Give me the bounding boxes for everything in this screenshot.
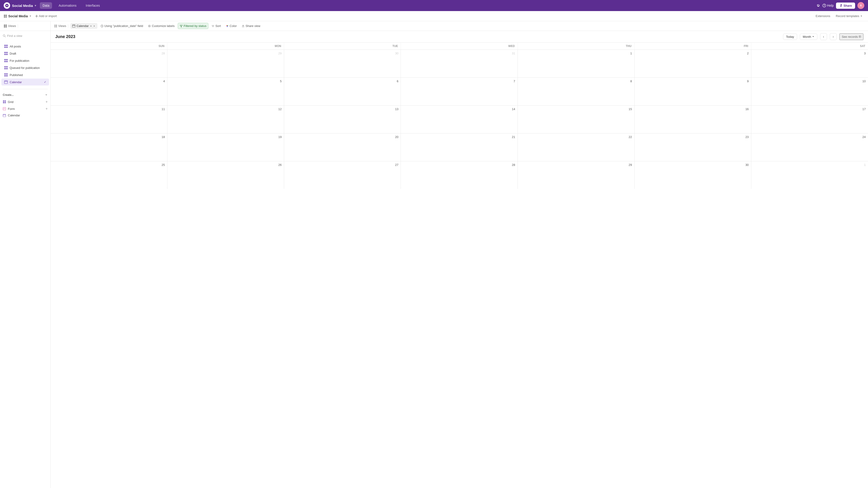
day-number: 29 [170,52,282,55]
sidebar-item-draft[interactable]: Draft [1,50,49,57]
svg-rect-42 [55,25,56,26]
day-number: 22 [520,135,632,139]
color-button[interactable]: Color [224,23,239,29]
app-logo[interactable]: Social Media ▾ [4,2,36,9]
sidebar-item-all-posts[interactable]: All posts [1,43,49,50]
day-cell[interactable]: 2 [634,50,751,78]
day-cell[interactable]: 24 [751,134,868,161]
day-cell[interactable]: 23 [634,134,751,161]
day-number: 10 [753,80,866,83]
svg-rect-37 [5,102,6,103]
share-button[interactable]: Share [836,3,855,9]
day-cell[interactable]: 15 [518,106,634,133]
week-row-0: 28293031123 [51,50,868,78]
create-form-item[interactable]: Form + [0,105,51,112]
workspace-button[interactable]: Social Media [4,14,32,18]
customize-labels-button[interactable]: Customize labels [146,23,176,29]
day-cell[interactable]: 1 [518,50,634,78]
nav-automations[interactable]: Automations [56,2,79,9]
active-check-icon: ✓ [44,80,46,84]
filter-button[interactable]: Filtered by status [178,23,208,29]
views-tab[interactable]: Views [54,24,68,28]
day-cell[interactable]: 31 [401,50,518,78]
day-cell[interactable]: 19 [167,134,284,161]
day-number: 23 [637,135,749,139]
svg-text:?: ? [824,4,825,7]
day-cell[interactable]: 26 [167,161,284,189]
day-number: 31 [403,52,515,55]
svg-rect-24 [6,61,8,62]
day-cell[interactable]: 17 [751,106,868,133]
day-header-wed: Wed [401,42,518,50]
svg-rect-7 [4,25,5,26]
sidebar-item-queued[interactable]: Queued for publication [1,64,49,71]
prev-month-button[interactable]: ‹ [820,33,827,40]
day-cell[interactable]: 8 [518,78,634,105]
calendar-tab[interactable]: Calendar [70,23,97,29]
day-cell[interactable]: 9 [634,78,751,105]
day-cell[interactable]: 14 [401,106,518,133]
day-cell[interactable]: 20 [284,134,401,161]
create-grid-item[interactable]: Grid + [0,98,51,105]
svg-rect-33 [4,81,8,84]
day-number: 25 [53,163,165,167]
today-button[interactable]: Today [783,34,797,40]
day-cell[interactable]: 22 [518,134,634,161]
help-button[interactable]: ? Help [823,4,834,7]
find-view-search[interactable]: Find a view [0,33,51,39]
next-month-button[interactable]: › [830,33,837,40]
top-navigation: Social Media ▾ Data Automations Interfac… [0,0,868,11]
day-cell[interactable]: 7 [401,78,518,105]
day-cell[interactable]: 18 [51,134,167,161]
sidebar-item-for-publication[interactable]: For publication [1,57,49,64]
create-form-plus[interactable]: + [45,107,48,111]
day-cell[interactable]: 11 [51,106,167,133]
day-cell[interactable]: 21 [401,134,518,161]
sidebar-item-label: All posts [10,45,21,48]
undo-button[interactable] [816,4,820,7]
svg-point-51 [227,25,228,26]
day-cell[interactable]: 28 [51,50,167,78]
day-cell[interactable]: 29 [167,50,284,78]
see-records-button[interactable]: See records [839,33,863,40]
svg-rect-17 [4,52,6,53]
svg-rect-9 [4,26,5,27]
day-cell[interactable]: 30 [284,50,401,78]
day-cell[interactable]: 3 [751,50,868,78]
day-cell[interactable]: +6 [284,78,401,105]
day-cell[interactable]: 27 [284,161,401,189]
sort-button[interactable]: Sort [210,23,223,29]
day-cell[interactable]: 29 [518,161,634,189]
day-cell[interactable]: 12 [167,106,284,133]
create-form-label: Form [8,107,15,111]
month-dropdown[interactable]: Month [800,34,817,40]
sidebar-item-published[interactable]: Published [1,71,49,78]
day-cell[interactable]: 13 [284,106,401,133]
sidebar-item-calendar[interactable]: Calendar ✓ [1,79,49,85]
share-view-button[interactable]: Share view [240,23,262,29]
create-grid-plus[interactable]: + [45,100,48,104]
add-import-button[interactable]: Add or import [33,13,59,19]
day-cell[interactable]: 10 [751,78,868,105]
app-dropdown-icon[interactable]: ▾ [35,4,36,7]
day-cell[interactable]: 1 [751,161,868,189]
day-cell[interactable]: 25 [51,161,167,189]
help-label: Help [827,4,834,7]
day-number: 18 [53,135,165,139]
extensions-button[interactable]: Extensions [814,13,832,19]
day-cell[interactable]: 30 [634,161,751,189]
day-cell[interactable]: 5 [167,78,284,105]
record-templates-button[interactable]: Record templates [834,13,864,19]
sidebar-item-label: For publication [10,59,29,62]
week-row-1: 45+678910 [51,78,868,106]
field-filter-button[interactable]: Using "publication_date" field [99,23,145,29]
avatar[interactable]: A [858,2,864,9]
day-cell[interactable]: 16 [634,106,751,133]
create-calendar-item[interactable]: Calendar [0,112,51,118]
calendar-title: June 2023 [55,34,780,39]
nav-interfaces[interactable]: Interfaces [83,2,102,9]
day-number: 12 [170,107,282,111]
nav-data[interactable]: Data [40,2,52,9]
day-cell[interactable]: 4 [51,78,167,105]
day-cell[interactable]: 28 [401,161,518,189]
